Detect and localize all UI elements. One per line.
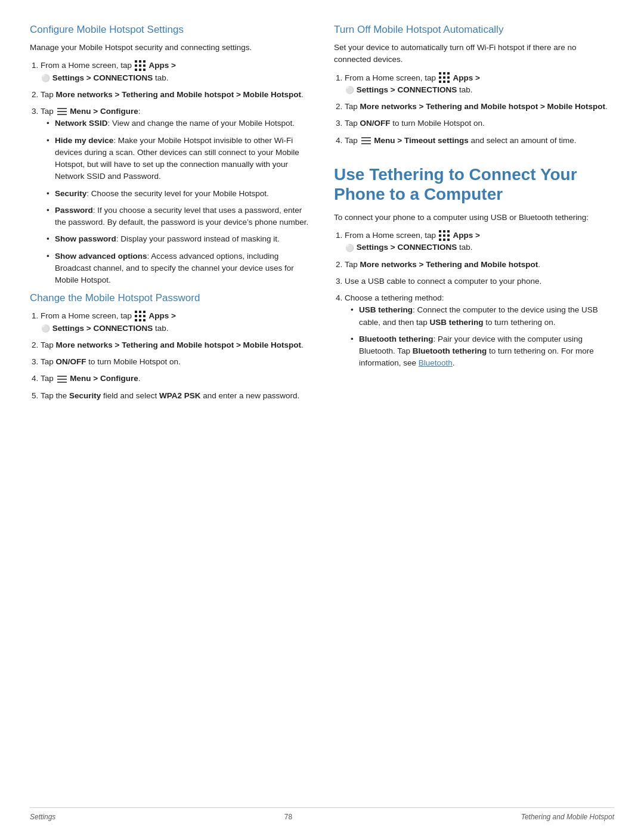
apps-grid-icon-4 bbox=[439, 230, 450, 241]
change-password-step-3: Tap ON/OFF to turn Mobile Hotspot on. bbox=[41, 356, 310, 368]
turnoff-step-2: Tap More networks > Tethering and Mobile… bbox=[345, 101, 614, 113]
configure-step-2: Tap More networks > Tethering and Mobile… bbox=[41, 89, 310, 101]
change-password-step-1: From a Home screen, tap Apps > ⚪ Setting… bbox=[41, 310, 310, 335]
apps-grid-icon-3 bbox=[439, 72, 450, 83]
menu-icon-2 bbox=[57, 376, 67, 383]
settings-icon: ⚪ bbox=[41, 74, 49, 82]
turnoff-section-title: Turn Off Mobile Hotspot Automatically bbox=[334, 24, 614, 36]
bullet-bluetooth-tethering: Bluetooth tethering: Pair your device wi… bbox=[351, 333, 614, 370]
configure-bullets: Network SSID: View and change the name o… bbox=[47, 117, 310, 286]
bluetooth-link[interactable]: Bluetooth bbox=[419, 358, 453, 367]
apps-label-3: Apps > bbox=[453, 73, 480, 82]
bullet-advanced-options: Show advanced options: Access advanced o… bbox=[47, 250, 310, 287]
change-password-step-5: Tap the Security field and select WPA2 P… bbox=[41, 390, 310, 402]
apps-grid-icon bbox=[135, 60, 146, 72]
menu-icon bbox=[57, 108, 67, 115]
tethering-section-title: Use Tethering to Connect Your Phone to a… bbox=[334, 165, 614, 205]
tethering-steps-list: From a Home screen, tap Apps > ⚪ Setting… bbox=[345, 230, 614, 370]
page: Configure Mobile Hotspot Settings Manage… bbox=[0, 0, 644, 833]
settings-connections-label-4: Settings > CONNECTIONS bbox=[357, 243, 457, 252]
settings-icon-3: ⚪ bbox=[345, 86, 354, 94]
tethering-step-3: Use a USB cable to connect a computer to… bbox=[345, 275, 614, 287]
turnoff-intro: Set your device to automatically turn of… bbox=[334, 42, 614, 66]
bullet-network-ssid: Network SSID: View and change the name o… bbox=[47, 117, 310, 129]
footer-right: Tethering and Mobile Hotspot bbox=[521, 813, 614, 821]
tethering-intro: To connect your phone to a computer usin… bbox=[334, 212, 614, 224]
settings-connections-label: Settings > CONNECTIONS bbox=[52, 73, 153, 82]
bullet-password: Password: If you choose a security level… bbox=[47, 205, 310, 229]
tethering-step-1: From a Home screen, tap Apps > ⚪ Setting… bbox=[345, 230, 614, 254]
settings-connections-label-3: Settings > CONNECTIONS bbox=[357, 85, 457, 94]
apps-label-4: Apps > bbox=[453, 231, 480, 240]
settings-connections-label-2: Settings > CONNECTIONS bbox=[52, 324, 153, 333]
bullet-security: Security: Choose the security level for … bbox=[47, 188, 310, 200]
apps-grid-icon-2 bbox=[135, 311, 146, 322]
settings-icon-2: ⚪ bbox=[41, 324, 49, 333]
menu-icon-3 bbox=[361, 137, 371, 144]
configure-section-title: Configure Mobile Hotspot Settings bbox=[30, 24, 310, 36]
configure-step-3: Tap Menu > Configure: Network SSID: View… bbox=[41, 106, 310, 286]
two-column-layout: Configure Mobile Hotspot Settings Manage… bbox=[30, 24, 614, 408]
right-column: Turn Off Mobile Hotspot Automatically Se… bbox=[334, 24, 614, 408]
footer: Settings 78 Tethering and Mobile Hotspot bbox=[30, 807, 614, 821]
bullet-usb-tethering: USB tethering: Connect the computer to t… bbox=[351, 304, 614, 329]
turnoff-step-3: Tap ON/OFF to turn Mobile Hotspot on. bbox=[345, 117, 614, 129]
change-password-section-title: Change the Mobile Hotspot Password bbox=[30, 292, 310, 304]
configure-steps-list: From a Home screen, tap Apps > ⚪ Setting… bbox=[41, 60, 310, 286]
change-password-steps-list: From a Home screen, tap Apps > ⚪ Setting… bbox=[41, 310, 310, 402]
bullet-hide-device: Hide my device: Make your Mobile Hotspot… bbox=[47, 135, 310, 183]
more-networks-label: More networks > Tethering and Mobile hot… bbox=[56, 90, 302, 99]
footer-left: Settings bbox=[30, 813, 55, 821]
tethering-bullets: USB tethering: Connect the computer to t… bbox=[351, 304, 614, 369]
turnoff-step-4: Tap Menu > Timeout settings and select a… bbox=[345, 135, 614, 147]
footer-center: 78 bbox=[284, 813, 292, 821]
tethering-step-2: Tap More networks > Tethering and Mobile… bbox=[345, 259, 614, 271]
left-column: Configure Mobile Hotspot Settings Manage… bbox=[30, 24, 310, 408]
configure-step-1: From a Home screen, tap Apps > ⚪ Setting… bbox=[41, 60, 310, 84]
change-password-step-2: Tap More networks > Tethering and Mobile… bbox=[41, 339, 310, 351]
configure-intro: Manage your Mobile Hotspot security and … bbox=[30, 42, 310, 54]
turnoff-steps-list: From a Home screen, tap Apps > ⚪ Setting… bbox=[345, 72, 614, 147]
bullet-show-password: Show password: Display your password ins… bbox=[47, 233, 310, 245]
apps-label: Apps > bbox=[149, 61, 176, 70]
menu-configure-label: Menu > Configure bbox=[70, 107, 138, 116]
apps-label-2: Apps > bbox=[149, 311, 176, 320]
tethering-step-4: Choose a tethering method: USB tethering… bbox=[345, 292, 614, 370]
turnoff-step-1: From a Home screen, tap Apps > ⚪ Setting… bbox=[345, 72, 614, 97]
settings-icon-4: ⚪ bbox=[345, 244, 354, 252]
change-password-step-4: Tap Menu > Configure. bbox=[41, 373, 310, 385]
